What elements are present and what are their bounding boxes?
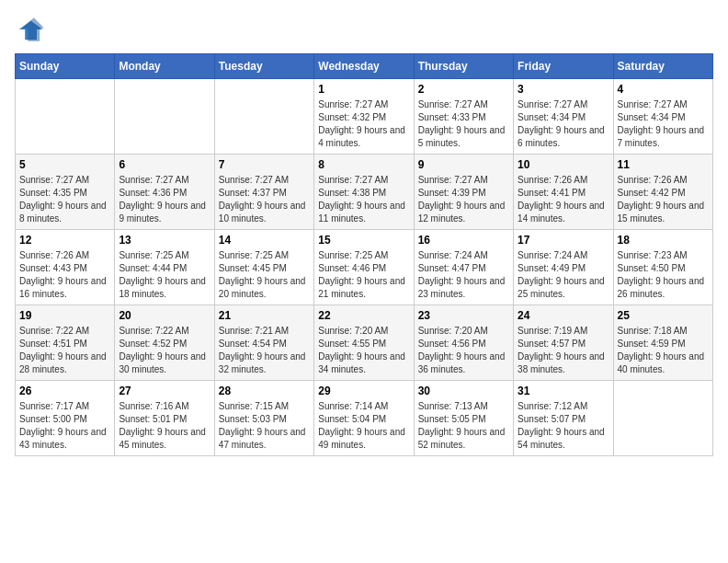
day-number: 12 <box>19 234 110 247</box>
calendar-table: SundayMondayTuesdayWednesdayThursdayFrid… <box>15 53 713 456</box>
day-number: 26 <box>19 385 110 397</box>
day-number: 25 <box>618 309 709 322</box>
day-number: 16 <box>418 234 509 247</box>
calendar-cell: 4Sunrise: 7:27 AMSunset: 4:34 PMDaylight… <box>613 79 712 155</box>
day-number: 5 <box>19 158 110 171</box>
calendar-cell: 19Sunrise: 7:22 AMSunset: 4:51 PMDayligh… <box>16 305 115 381</box>
calendar-header: SundayMondayTuesdayWednesdayThursdayFrid… <box>16 54 713 79</box>
calendar-cell: 16Sunrise: 7:24 AMSunset: 4:47 PMDayligh… <box>414 230 513 305</box>
calendar-cell: 12Sunrise: 7:26 AMSunset: 4:43 PMDayligh… <box>16 230 115 305</box>
day-number: 2 <box>418 83 509 96</box>
calendar-cell: 17Sunrise: 7:24 AMSunset: 4:49 PMDayligh… <box>514 230 613 305</box>
day-number: 1 <box>318 83 409 96</box>
calendar-cell: 6Sunrise: 7:27 AMSunset: 4:36 PMDaylight… <box>115 155 214 230</box>
calendar-cell: 25Sunrise: 7:18 AMSunset: 4:59 PMDayligh… <box>613 305 712 381</box>
cell-info: Sunrise: 7:27 AMSunset: 4:32 PMDaylight:… <box>318 98 409 150</box>
cell-info: Sunrise: 7:26 AMSunset: 4:41 PMDaylight:… <box>518 174 609 225</box>
cell-info: Sunrise: 7:16 AMSunset: 5:01 PMDaylight:… <box>119 400 210 452</box>
header-cell-thursday: Thursday <box>414 54 513 79</box>
day-number: 28 <box>219 385 310 397</box>
week-row-4: 26Sunrise: 7:17 AMSunset: 5:00 PMDayligh… <box>16 381 713 456</box>
day-number: 8 <box>318 158 409 171</box>
cell-info: Sunrise: 7:27 AMSunset: 4:34 PMDaylight:… <box>618 98 709 150</box>
day-number: 27 <box>119 385 210 397</box>
cell-info: Sunrise: 7:12 AMSunset: 5:07 PMDaylight:… <box>518 400 609 452</box>
cell-info: Sunrise: 7:27 AMSunset: 4:37 PMDaylight:… <box>219 174 310 225</box>
calendar-cell: 27Sunrise: 7:16 AMSunset: 5:01 PMDayligh… <box>115 381 214 456</box>
cell-info: Sunrise: 7:21 AMSunset: 4:54 PMDaylight:… <box>219 325 310 376</box>
header-cell-monday: Monday <box>115 54 214 79</box>
calendar-cell: 11Sunrise: 7:26 AMSunset: 4:42 PMDayligh… <box>613 155 712 230</box>
calendar-cell: 28Sunrise: 7:15 AMSunset: 5:03 PMDayligh… <box>214 381 313 456</box>
cell-info: Sunrise: 7:22 AMSunset: 4:52 PMDaylight:… <box>119 325 210 376</box>
cell-info: Sunrise: 7:24 AMSunset: 4:49 PMDaylight:… <box>518 249 609 301</box>
calendar-cell: 5Sunrise: 7:27 AMSunset: 4:35 PMDaylight… <box>16 155 115 230</box>
day-number: 29 <box>318 385 409 397</box>
cell-info: Sunrise: 7:15 AMSunset: 5:03 PMDaylight:… <box>219 400 310 452</box>
calendar-cell: 7Sunrise: 7:27 AMSunset: 4:37 PMDaylight… <box>214 155 313 230</box>
cell-info: Sunrise: 7:24 AMSunset: 4:47 PMDaylight:… <box>418 249 509 301</box>
logo-icon <box>15 15 44 44</box>
cell-info: Sunrise: 7:27 AMSunset: 4:38 PMDaylight:… <box>318 174 409 225</box>
calendar-cell: 29Sunrise: 7:14 AMSunset: 5:04 PMDayligh… <box>314 381 414 456</box>
day-number: 22 <box>318 309 409 322</box>
header-cell-friday: Friday <box>514 54 613 79</box>
header <box>15 15 713 44</box>
cell-info: Sunrise: 7:19 AMSunset: 4:57 PMDaylight:… <box>518 325 609 376</box>
calendar-cell: 2Sunrise: 7:27 AMSunset: 4:33 PMDaylight… <box>414 79 513 155</box>
calendar-cell <box>613 381 712 456</box>
header-row: SundayMondayTuesdayWednesdayThursdayFrid… <box>16 54 713 79</box>
calendar-cell: 20Sunrise: 7:22 AMSunset: 4:52 PMDayligh… <box>115 305 214 381</box>
calendar-cell: 24Sunrise: 7:19 AMSunset: 4:57 PMDayligh… <box>514 305 613 381</box>
day-number: 19 <box>19 309 110 322</box>
cell-info: Sunrise: 7:26 AMSunset: 4:42 PMDaylight:… <box>618 174 709 225</box>
header-cell-saturday: Saturday <box>613 54 712 79</box>
logo <box>15 15 48 44</box>
cell-info: Sunrise: 7:23 AMSunset: 4:50 PMDaylight:… <box>618 249 709 301</box>
day-number: 15 <box>318 234 409 247</box>
header-cell-wednesday: Wednesday <box>314 54 414 79</box>
day-number: 24 <box>518 309 609 322</box>
header-cell-sunday: Sunday <box>16 54 115 79</box>
cell-info: Sunrise: 7:18 AMSunset: 4:59 PMDaylight:… <box>618 325 709 376</box>
week-row-0: 1Sunrise: 7:27 AMSunset: 4:32 PMDaylight… <box>16 79 713 155</box>
calendar-cell: 14Sunrise: 7:25 AMSunset: 4:45 PMDayligh… <box>214 230 313 305</box>
cell-info: Sunrise: 7:25 AMSunset: 4:45 PMDaylight:… <box>219 249 310 301</box>
calendar-cell: 22Sunrise: 7:20 AMSunset: 4:55 PMDayligh… <box>314 305 414 381</box>
calendar-cell: 9Sunrise: 7:27 AMSunset: 4:39 PMDaylight… <box>414 155 513 230</box>
cell-info: Sunrise: 7:13 AMSunset: 5:05 PMDaylight:… <box>418 400 509 452</box>
cell-info: Sunrise: 7:17 AMSunset: 5:00 PMDaylight:… <box>19 400 110 452</box>
cell-info: Sunrise: 7:26 AMSunset: 4:43 PMDaylight:… <box>19 249 110 301</box>
cell-info: Sunrise: 7:27 AMSunset: 4:33 PMDaylight:… <box>418 98 509 150</box>
cell-info: Sunrise: 7:14 AMSunset: 5:04 PMDaylight:… <box>318 400 409 452</box>
cell-info: Sunrise: 7:27 AMSunset: 4:36 PMDaylight:… <box>119 174 210 225</box>
calendar-cell <box>214 79 313 155</box>
day-number: 20 <box>119 309 210 322</box>
day-number: 7 <box>219 158 310 171</box>
calendar-cell: 18Sunrise: 7:23 AMSunset: 4:50 PMDayligh… <box>613 230 712 305</box>
day-number: 9 <box>418 158 509 171</box>
day-number: 23 <box>418 309 509 322</box>
day-number: 11 <box>618 158 709 171</box>
calendar-cell: 13Sunrise: 7:25 AMSunset: 4:44 PMDayligh… <box>115 230 214 305</box>
header-cell-tuesday: Tuesday <box>214 54 313 79</box>
calendar-cell: 8Sunrise: 7:27 AMSunset: 4:38 PMDaylight… <box>314 155 414 230</box>
calendar-cell: 23Sunrise: 7:20 AMSunset: 4:56 PMDayligh… <box>414 305 513 381</box>
cell-info: Sunrise: 7:27 AMSunset: 4:35 PMDaylight:… <box>19 174 110 225</box>
calendar-body: 1Sunrise: 7:27 AMSunset: 4:32 PMDaylight… <box>16 79 713 456</box>
day-number: 30 <box>418 385 509 397</box>
cell-info: Sunrise: 7:22 AMSunset: 4:51 PMDaylight:… <box>19 325 110 376</box>
calendar-cell: 1Sunrise: 7:27 AMSunset: 4:32 PMDaylight… <box>314 79 414 155</box>
day-number: 3 <box>518 83 609 96</box>
calendar-cell: 31Sunrise: 7:12 AMSunset: 5:07 PMDayligh… <box>514 381 613 456</box>
calendar-cell: 26Sunrise: 7:17 AMSunset: 5:00 PMDayligh… <box>16 381 115 456</box>
calendar-cell <box>16 79 115 155</box>
calendar-cell: 15Sunrise: 7:25 AMSunset: 4:46 PMDayligh… <box>314 230 414 305</box>
calendar-cell: 3Sunrise: 7:27 AMSunset: 4:34 PMDaylight… <box>514 79 613 155</box>
cell-info: Sunrise: 7:20 AMSunset: 4:55 PMDaylight:… <box>318 325 409 376</box>
week-row-3: 19Sunrise: 7:22 AMSunset: 4:51 PMDayligh… <box>16 305 713 381</box>
day-number: 10 <box>518 158 609 171</box>
day-number: 17 <box>518 234 609 247</box>
day-number: 6 <box>119 158 210 171</box>
calendar-cell: 21Sunrise: 7:21 AMSunset: 4:54 PMDayligh… <box>214 305 313 381</box>
